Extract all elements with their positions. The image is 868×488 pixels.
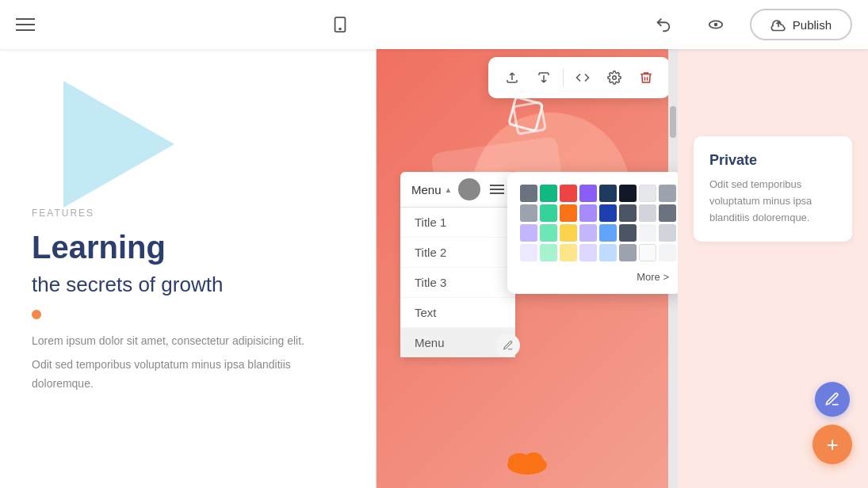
undo-button[interactable] (645, 10, 682, 40)
svg-point-6 (613, 76, 617, 80)
left-panel: FEATURES Learning the secrets of growth … (0, 49, 377, 488)
color-swatch[interactable] (520, 224, 537, 242)
trash-icon (639, 71, 653, 85)
toolbar-settings-button[interactable] (600, 63, 629, 92)
menu-bar: Menu ▲ (400, 172, 515, 208)
floating-toolbar (488, 57, 670, 98)
dropdown-item-menu[interactable]: Menu (400, 328, 515, 357)
features-label: FEATURES (32, 208, 344, 219)
cloud-icon (503, 437, 551, 477)
color-swatch[interactable] (639, 204, 656, 222)
color-swatch[interactable] (579, 224, 597, 242)
topbar-left (16, 18, 35, 31)
color-swatch[interactable] (579, 204, 597, 222)
color-swatch[interactable] (560, 244, 577, 261)
color-swatch[interactable] (520, 185, 537, 202)
color-swatch[interactable] (560, 185, 577, 202)
right-panel: Private Odit sed temporibus voluptatum m… (678, 49, 868, 488)
svg-point-1 (339, 29, 341, 30)
mobile-icon (331, 16, 349, 33)
menu-dropdown-container: Menu ▲ Title 1 Title 2 Title 3 Text Menu (400, 172, 515, 357)
color-swatch[interactable] (639, 185, 656, 202)
color-swatch[interactable] (639, 244, 656, 261)
main-area: FEATURES Learning the secrets of growth … (0, 49, 868, 488)
cloud-icon-area (503, 437, 551, 480)
color-swatch[interactable] (560, 224, 577, 242)
eye-icon (707, 16, 725, 33)
preview-button[interactable] (698, 10, 734, 40)
color-swatch[interactable] (659, 224, 676, 242)
color-swatch[interactable] (579, 185, 597, 202)
lorem-text-2: Odit sed temporibus voluptatum minus ips… (32, 356, 344, 394)
download-icon (537, 71, 551, 85)
scroll-thumb (670, 106, 676, 138)
color-picker-popup: More > (507, 172, 678, 294)
color-swatch[interactable] (659, 244, 676, 261)
svg-point-3 (713, 23, 717, 27)
color-swatch[interactable] (520, 204, 537, 222)
private-text: Odit sed temporibus voluptatum minus ips… (709, 177, 836, 226)
gear-icon (607, 71, 621, 85)
toolbar-delete-button[interactable] (632, 63, 660, 92)
color-swatch[interactable] (659, 204, 676, 222)
dropdown-item-title3[interactable]: Title 3 (400, 268, 515, 298)
lorem-text-1: Lorem ipsum dolor sit amet, consectetur … (32, 332, 344, 351)
undo-icon (655, 16, 672, 33)
topbar-right: Publish (645, 9, 852, 40)
dropdown-menu-label: Menu (415, 336, 445, 349)
toolbar-upload-button[interactable] (498, 63, 526, 92)
dropdown-item-text[interactable]: Text (400, 298, 515, 328)
color-swatch[interactable] (560, 204, 577, 222)
color-swatch[interactable] (659, 185, 676, 202)
dropdown-item-title1[interactable]: Title 1 (400, 208, 515, 238)
private-card: Private Odit sed temporibus voluptatum m… (694, 136, 852, 242)
center-panel: Menu ▲ Title 1 Title 2 Title 3 Text Menu (377, 49, 678, 488)
color-grid (520, 185, 669, 261)
color-swatch[interactable] (599, 204, 617, 222)
color-swatch[interactable] (540, 224, 557, 242)
code-icon (575, 71, 590, 85)
hero-title: Learning (32, 228, 344, 266)
color-swatch[interactable] (619, 185, 637, 202)
orange-dot-decoration (32, 310, 41, 319)
more-colors-link[interactable]: More > (520, 271, 669, 283)
menu-caret: ▲ (445, 185, 453, 194)
color-swatch[interactable] (619, 204, 637, 222)
pen-icon (503, 340, 514, 351)
color-swatch[interactable] (619, 224, 637, 242)
hero-subtitle: the secrets of growth (32, 273, 344, 297)
fab-add-button[interactable]: + (813, 425, 852, 464)
color-swatch[interactable] (639, 224, 656, 242)
color-swatch[interactable] (579, 244, 597, 261)
menu-label-button[interactable]: Menu ▲ (411, 183, 452, 196)
mobile-preview-button[interactable] (322, 10, 358, 40)
color-swatch[interactable] (619, 244, 637, 261)
cloud-upload-icon (770, 17, 786, 32)
topbar-center (322, 10, 358, 40)
toolbar-download-button[interactable] (530, 63, 558, 92)
color-swatch[interactable] (540, 204, 557, 222)
triangle-decoration (63, 81, 174, 208)
dropdown-list: Title 1 Title 2 Title 3 Text Menu (400, 208, 515, 357)
fab-edit-button[interactable] (815, 382, 850, 417)
publish-button[interactable]: Publish (750, 9, 852, 40)
color-circle-button[interactable] (458, 178, 480, 200)
publish-label: Publish (793, 18, 832, 32)
menu-text: Menu (411, 183, 442, 196)
align-icon (490, 185, 504, 194)
color-swatch[interactable] (599, 244, 617, 261)
plus-icon: + (826, 434, 838, 455)
color-swatch[interactable] (540, 244, 557, 261)
color-swatch[interactable] (599, 224, 617, 242)
toolbar-code-button[interactable] (568, 63, 597, 92)
fab-container: + (813, 382, 852, 464)
dropdown-item-title2[interactable]: Title 2 (400, 238, 515, 268)
private-title: Private (709, 152, 836, 169)
hamburger-menu-button[interactable] (16, 18, 35, 31)
color-swatch[interactable] (599, 185, 617, 202)
upload-icon (505, 71, 519, 85)
pencil-icon (824, 391, 840, 407)
color-swatch[interactable] (520, 244, 537, 261)
color-swatch[interactable] (540, 185, 557, 202)
toolbar-divider (563, 68, 564, 87)
